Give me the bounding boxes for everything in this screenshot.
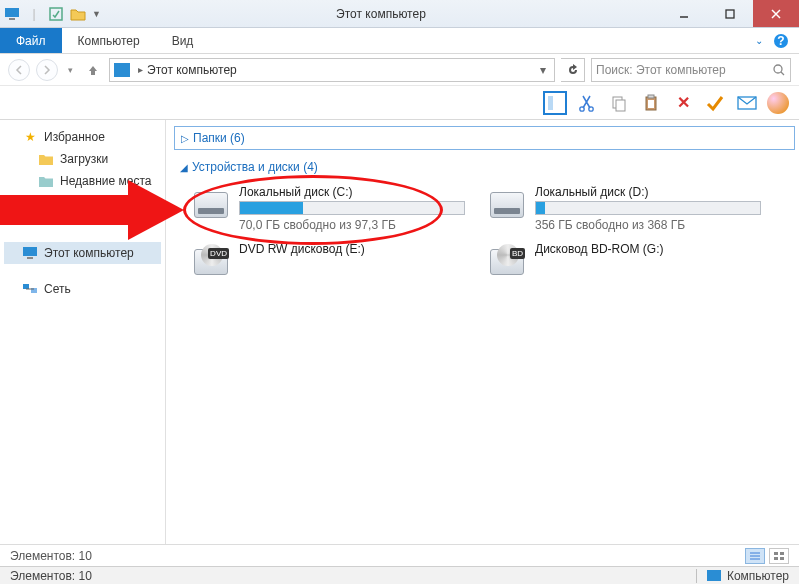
drive-usage-bar — [239, 201, 465, 215]
drive-info: DVD RW дисковод (E:) — [239, 242, 465, 282]
section-label: Устройства и диски (4) — [192, 160, 318, 174]
content-pane: ▷ Папки (6) ◢ Устройства и диски (4) Лок… — [166, 120, 799, 558]
mail-button[interactable] — [735, 91, 759, 115]
qat-dropdown-icon[interactable]: ▼ — [92, 9, 101, 19]
navigation-pane: ★ Избранное Загрузки Недавние места Дома… — [0, 120, 166, 558]
up-button[interactable] — [83, 64, 103, 76]
svg-rect-19 — [23, 247, 37, 256]
window-title: Этот компьютер — [101, 7, 661, 21]
help-icon[interactable]: ? — [773, 33, 789, 49]
svg-point-17 — [24, 214, 30, 220]
drive-tag: DVD — [208, 248, 229, 259]
search-placeholder: Поиск: Этот компьютер — [596, 63, 726, 77]
delete-button[interactable]: ✕ — [671, 91, 695, 115]
svg-rect-4 — [726, 10, 734, 18]
computer-icon — [4, 6, 20, 22]
section-label: Папки (6) — [193, 131, 245, 145]
confirm-button[interactable] — [703, 91, 727, 115]
quick-access-toolbar: | ▼ — [0, 6, 101, 22]
expand-right-icon: ▷ — [181, 133, 189, 144]
toolbar: ✕ — [0, 86, 799, 120]
svg-rect-15 — [648, 100, 654, 108]
breadcrumb-text[interactable]: Этот компьютер — [147, 63, 536, 77]
expand-ribbon-icon[interactable]: ⌄ — [755, 35, 763, 46]
back-button[interactable] — [8, 59, 30, 81]
hard-drive-icon — [191, 185, 231, 225]
view-switcher — [745, 548, 789, 564]
nav-homegroup[interactable]: Домашняя группа — [4, 206, 161, 228]
section-devices[interactable]: ◢ Устройства и диски (4) — [174, 156, 795, 178]
breadcrumb-separator-icon[interactable]: ▸ — [134, 64, 147, 75]
svg-rect-2 — [50, 8, 62, 20]
homegroup-icon — [22, 209, 38, 225]
drive-tag: BD — [510, 248, 525, 259]
breadcrumb[interactable]: ▸ Этот компьютер ▾ — [109, 58, 555, 82]
star-icon: ★ — [22, 129, 38, 145]
nav-recent[interactable]: Недавние места — [4, 170, 161, 192]
drive-e[interactable]: DVD DVD RW дисковод (E:) — [188, 239, 468, 285]
svg-rect-0 — [5, 8, 19, 17]
nav-label: Сеть — [44, 282, 71, 296]
svg-rect-29 — [774, 557, 778, 560]
search-input[interactable]: Поиск: Этот компьютер — [591, 58, 791, 82]
tab-view[interactable]: Вид — [156, 28, 210, 53]
copy-button[interactable] — [607, 91, 631, 115]
nav-downloads[interactable]: Загрузки — [4, 148, 161, 170]
address-bar: ▾ ▸ Этот компьютер ▾ Поиск: Этот компьют… — [0, 54, 799, 86]
nav-label: Домашняя группа — [44, 210, 143, 224]
drive-d[interactable]: Локальный диск (D:) 356 ГБ свободно из 3… — [484, 182, 764, 235]
svg-point-9 — [580, 106, 584, 110]
view-icons-button[interactable] — [769, 548, 789, 564]
nav-network[interactable]: Сеть — [4, 278, 161, 300]
paste-button[interactable] — [639, 91, 663, 115]
drive-g[interactable]: BD Дисковод BD-ROM (G:) — [484, 239, 764, 285]
status-bar-outer: Элементов: 10 Компьютер — [0, 566, 799, 584]
drive-c[interactable]: Локальный диск (C:) 70,0 ГБ свободно из … — [188, 182, 468, 235]
divider-icon: | — [26, 6, 42, 22]
nav-label: Этот компьютер — [44, 246, 134, 260]
refresh-button[interactable] — [561, 58, 585, 82]
preview-pane-button[interactable] — [543, 91, 567, 115]
new-folder-icon[interactable] — [70, 6, 86, 22]
drive-free: 356 ГБ свободно из 368 ГБ — [535, 218, 761, 232]
svg-point-18 — [30, 214, 36, 220]
svg-rect-28 — [780, 552, 784, 555]
drive-name: DVD RW дисковод (E:) — [239, 242, 465, 258]
network-icon — [22, 281, 38, 297]
nav-label: Загрузки — [60, 152, 108, 166]
svg-rect-30 — [780, 557, 784, 560]
computer-icon — [22, 245, 38, 261]
drive-info: Локальный диск (C:) 70,0 ГБ свободно из … — [239, 185, 465, 232]
dvd-drive-icon: DVD — [191, 242, 231, 282]
svg-text:?: ? — [777, 34, 784, 48]
window-controls — [661, 0, 799, 27]
forward-button[interactable] — [36, 59, 58, 81]
folder-downloads-icon — [38, 151, 54, 167]
svg-rect-1 — [9, 18, 15, 20]
drive-info: Дисковод BD-ROM (G:) — [535, 242, 761, 282]
view-details-button[interactable] — [745, 548, 765, 564]
cut-button[interactable] — [575, 91, 599, 115]
properties-icon[interactable] — [48, 6, 64, 22]
tab-file[interactable]: Файл — [0, 28, 62, 53]
breadcrumb-dropdown-icon[interactable]: ▾ — [536, 63, 550, 77]
close-button[interactable] — [753, 0, 799, 27]
status-right: Компьютер — [696, 569, 789, 583]
maximize-button[interactable] — [707, 0, 753, 27]
svg-rect-20 — [27, 257, 33, 259]
minimize-button[interactable] — [661, 0, 707, 27]
status-item-count: Элементов: 10 — [10, 569, 92, 583]
section-folders[interactable]: ▷ Папки (6) — [174, 126, 795, 150]
nav-favorites[interactable]: ★ Избранное — [4, 126, 161, 148]
nav-this-pc[interactable]: Этот компьютер — [4, 242, 161, 264]
search-icon — [772, 63, 786, 77]
computer-icon — [114, 63, 130, 77]
drive-grid: Локальный диск (C:) 70,0 ГБ свободно из … — [174, 178, 795, 293]
shell-icon[interactable] — [767, 92, 789, 114]
history-dropdown-icon[interactable]: ▾ — [64, 65, 77, 75]
drive-name: Локальный диск (C:) — [239, 185, 465, 201]
drive-fill — [240, 202, 303, 214]
main-area: ★ Избранное Загрузки Недавние места Дома… — [0, 120, 799, 558]
drive-name: Локальный диск (D:) — [535, 185, 761, 201]
tab-computer[interactable]: Компьютер — [62, 28, 156, 53]
